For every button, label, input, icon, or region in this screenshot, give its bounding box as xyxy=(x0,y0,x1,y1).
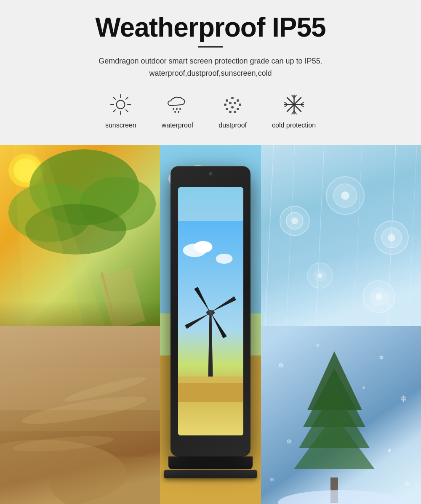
svg-text:❄: ❄ xyxy=(400,394,407,403)
kiosk-base xyxy=(168,456,253,469)
top-section: Weatherproof IP55 Gemdragon outdoor smar… xyxy=(0,0,421,145)
kiosk-foot xyxy=(164,470,257,478)
photo-dust xyxy=(0,326,160,504)
svg-point-10 xyxy=(176,108,178,110)
dustproof-label: dustproof xyxy=(218,122,247,129)
photo-sunny xyxy=(0,145,160,326)
svg-point-14 xyxy=(226,99,228,102)
kiosk-screen xyxy=(178,187,243,435)
feature-dustproof: dustproof xyxy=(218,92,247,129)
svg-point-12 xyxy=(174,111,176,113)
svg-point-21 xyxy=(226,108,228,110)
svg-text:❄: ❄ xyxy=(316,342,320,348)
svg-point-11 xyxy=(179,108,181,110)
svg-point-13 xyxy=(178,111,179,113)
svg-text:❄: ❄ xyxy=(379,354,384,361)
svg-text:❄: ❄ xyxy=(286,438,292,445)
page-title: Weatherproof IP55 xyxy=(8,13,413,42)
svg-point-73 xyxy=(341,191,349,200)
svg-point-19 xyxy=(234,102,236,104)
waterproof-label: waterproof xyxy=(162,122,194,129)
svg-line-7 xyxy=(126,97,128,99)
svg-point-38 xyxy=(8,154,42,187)
svg-point-41 xyxy=(8,183,93,242)
svg-point-70 xyxy=(291,218,298,224)
photo-device xyxy=(160,145,261,504)
subtitle: Gemdragon outdoor smart screen protectio… xyxy=(63,55,358,80)
svg-point-20 xyxy=(239,103,241,106)
svg-point-64 xyxy=(208,310,213,315)
svg-point-39 xyxy=(13,159,37,182)
svg-point-18 xyxy=(229,102,232,104)
svg-rect-45 xyxy=(100,272,117,325)
sunscreen-label: sunscreen xyxy=(105,122,136,129)
svg-text:❄: ❄ xyxy=(387,448,392,454)
svg-point-17 xyxy=(224,103,226,106)
svg-marker-46 xyxy=(0,145,84,326)
svg-rect-44 xyxy=(99,268,146,326)
kiosk-device xyxy=(168,166,253,486)
svg-point-24 xyxy=(229,111,232,113)
photo-snow: ❄ ❄ ❄ ❄ ❄ ❄ ❄ ❄ ❄ xyxy=(261,326,421,504)
svg-point-25 xyxy=(234,111,236,113)
svg-point-40 xyxy=(29,149,139,225)
features-row: sunscreen waterproof xyxy=(8,92,413,129)
svg-point-56 xyxy=(194,241,213,253)
svg-point-0 xyxy=(117,101,125,109)
feature-sunscreen: sunscreen xyxy=(105,92,136,129)
svg-point-82 xyxy=(376,293,382,300)
svg-rect-66 xyxy=(178,377,243,383)
title-divider xyxy=(198,46,223,48)
svg-text:❄: ❄ xyxy=(404,480,410,487)
feature-cold-protection: cold protection xyxy=(272,92,316,129)
svg-line-6 xyxy=(126,110,128,112)
photo-grid: ❄ ❄ ❄ ❄ ❄ ❄ ❄ ❄ ❄ xyxy=(0,145,421,504)
svg-marker-47 xyxy=(13,145,105,326)
dust-icon xyxy=(220,92,245,117)
svg-point-9 xyxy=(173,108,174,110)
svg-point-57 xyxy=(216,254,233,264)
svg-text:❄: ❄ xyxy=(362,385,365,390)
cold-protection-label: cold protection xyxy=(272,122,316,129)
svg-text:❄: ❄ xyxy=(278,361,284,370)
svg-point-22 xyxy=(231,106,234,109)
kiosk-body xyxy=(171,166,250,456)
photo-water xyxy=(261,145,421,326)
svg-line-5 xyxy=(113,97,115,99)
sun-icon xyxy=(108,92,133,117)
svg-point-43 xyxy=(25,204,126,255)
snowflake-icon xyxy=(281,92,306,117)
svg-text:❄: ❄ xyxy=(269,476,274,483)
svg-point-15 xyxy=(231,97,234,99)
svg-line-8 xyxy=(113,110,115,112)
svg-point-16 xyxy=(237,99,239,102)
svg-point-42 xyxy=(80,177,156,231)
feature-waterproof: waterproof xyxy=(162,92,194,129)
svg-point-23 xyxy=(237,108,239,110)
cloud-rain-icon xyxy=(165,92,190,117)
kiosk-camera xyxy=(209,172,212,175)
